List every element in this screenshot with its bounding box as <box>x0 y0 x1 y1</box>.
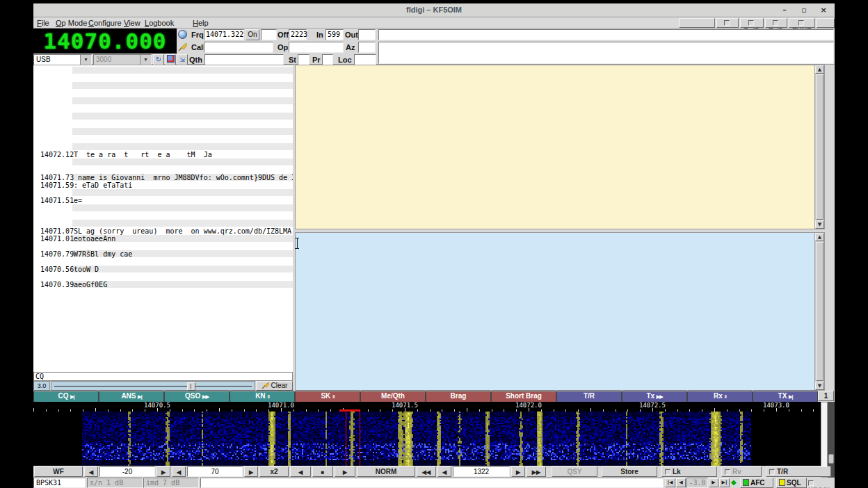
macro-button-kn[interactable]: KN ‖ <box>230 391 295 402</box>
st-field[interactable] <box>298 54 310 65</box>
rx-scrollbar-thumb[interactable] <box>816 74 823 220</box>
txid-toggle[interactable]: TxID <box>765 18 787 28</box>
qsy-up-fast-button[interactable]: ▶▶ <box>527 466 546 477</box>
qth-field[interactable] <box>204 54 284 65</box>
op-field[interactable] <box>289 42 344 53</box>
macro-button-sk[interactable]: SK ‖ <box>295 391 360 402</box>
menu-item-op-mode[interactable]: Op Mode <box>56 18 87 28</box>
maximize-button[interactable]: ▫ <box>798 6 810 15</box>
on-button[interactable]: On <box>246 29 259 40</box>
save-qso-button[interactable] <box>165 54 176 65</box>
kpsql-toggle[interactable]: KPSQL <box>808 479 835 488</box>
call-field[interactable] <box>204 42 273 53</box>
rst-in-field[interactable]: 599 <box>326 29 344 40</box>
time-off-field[interactable]: 2223 <box>289 29 307 40</box>
close-button[interactable]: × <box>818 6 829 15</box>
browser-line[interactable]: 14072.12T te a ra t rt e a tM Ja <box>33 151 293 158</box>
browser-line[interactable]: 14071.51e= <box>33 197 293 204</box>
rig-mode-select[interactable]: USB▼ <box>33 54 92 65</box>
scroll-right-button[interactable]: ▶ <box>335 466 355 477</box>
txrx-checkbox[interactable]: T/R <box>766 466 831 477</box>
title-bar[interactable]: fldigi – KF5OIM – ▫ × <box>33 3 835 17</box>
macro-button-brag[interactable]: Brag <box>426 391 491 402</box>
tune-toggle[interactable]: TUNE <box>789 18 815 28</box>
chevron-down-icon[interactable]: ▼ <box>80 55 91 65</box>
export-button[interactable]: ⇲ <box>177 54 188 65</box>
menu-item-logbook[interactable]: Logbook <box>145 18 174 28</box>
qsy-down-fast-button[interactable]: ◀◀ <box>417 466 436 477</box>
browser-line[interactable]: 14070.39aeoGf0EG <box>33 281 293 288</box>
scroll-down-icon[interactable]: ▼ <box>815 382 824 390</box>
amp-span-down-button[interactable]: ◀ <box>172 466 186 477</box>
scroll-up-icon[interactable]: ▲ <box>815 65 824 74</box>
tx-text-panel[interactable]: ▲ ▼ <box>295 232 825 391</box>
spot-toggle[interactable]: Spot <box>716 18 739 28</box>
qrz-lookup-button[interactable] <box>178 29 187 42</box>
macro-button-qso[interactable]: QSO ▶▶ <box>164 391 230 402</box>
macro-button-t-r[interactable]: T/R <box>556 391 622 402</box>
frq-field[interactable]: 14071.322 <box>204 29 244 40</box>
macro-button-ans[interactable]: ANS ▶| <box>99 391 164 402</box>
rxid-toggle[interactable]: RxID <box>740 18 764 28</box>
lock-checkbox[interactable]: Lk <box>661 466 717 477</box>
offset-up-button[interactable]: ▶ <box>709 478 718 487</box>
minimize-button[interactable]: – <box>779 6 790 15</box>
ref-level-up-button[interactable]: ▶ <box>156 466 170 477</box>
menu-item-view[interactable]: View <box>124 18 140 28</box>
clear-browser-button[interactable]: Clear <box>256 381 293 391</box>
macro-button-rx[interactable]: Rx ‖ <box>687 391 753 402</box>
scroll-up-icon[interactable]: ▲ <box>815 233 824 241</box>
browser-line[interactable]: 14071.59: eTaD eTaTati <box>33 181 293 189</box>
signal-browser[interactable]: 14072.12T te a ra t rt e a tM Ja14071.73… <box>33 65 293 372</box>
ref-level-field[interactable]: -20 <box>99 466 155 477</box>
browser-line[interactable]: 14070.79W7RšBl dmy cae <box>33 250 293 258</box>
scroll-down-icon[interactable]: ▼ <box>815 220 824 229</box>
macro-button-tx[interactable]: Tx ▶▶ <box>622 391 687 402</box>
sync-button[interactable]: ↻ <box>153 54 164 65</box>
amp-span-field[interactable]: 70 <box>187 466 243 477</box>
pr-field[interactable] <box>322 54 333 65</box>
notes-field-1[interactable] <box>378 29 834 40</box>
tx-scrollbar[interactable]: ▲ ▼ <box>814 233 824 390</box>
browser-line[interactable]: 14071.73 name is Giovanni mrno JM88DVfo:… <box>33 174 293 181</box>
qsy-down-button[interactable]: ◀ <box>437 466 451 477</box>
menu-item-file[interactable]: File <box>37 18 49 28</box>
loc-field[interactable] <box>354 54 376 65</box>
sql-toggle[interactable]: SQL <box>776 478 807 488</box>
browser-line[interactable]: 14071.07SL ag (sorry ureau) more on www.… <box>33 227 293 235</box>
rst-out-field[interactable] <box>358 29 376 40</box>
carrier-field[interactable]: 1322 <box>453 466 510 477</box>
tx-scrollbar-thumb[interactable] <box>816 242 823 381</box>
macro-button-short-brag[interactable]: Short Brag <box>491 391 556 402</box>
qsy-up-button[interactable]: ▶ <box>511 466 525 477</box>
clear-qso-button[interactable] <box>178 42 187 54</box>
rx-text-panel[interactable]: ▲ ▼ <box>295 65 825 229</box>
ref-level-down-button[interactable]: ◀ <box>84 466 98 477</box>
browser-line[interactable]: 14071.01eotoaeeAnn <box>33 235 293 243</box>
browser-line[interactable]: 14070.56tooW D <box>33 266 293 273</box>
scroll-left-button[interactable]: ◀ <box>290 466 311 477</box>
slider-thumb[interactable] <box>828 454 834 464</box>
waterfall-display[interactable] <box>33 412 821 466</box>
center-signal-button[interactable]: ■ <box>312 466 333 477</box>
amp-span-up-button[interactable]: ▶ <box>244 466 258 477</box>
rx-scrollbar[interactable]: ▲ ▼ <box>814 65 824 229</box>
store-button[interactable]: Store <box>602 466 657 477</box>
offset-min-button[interactable]: |◀ <box>665 478 675 487</box>
zoom-x2-button[interactable]: x2 <box>259 466 289 477</box>
slider-handle[interactable] <box>187 382 195 391</box>
offset-max-button[interactable]: ▶| <box>719 478 730 487</box>
mode-status-button[interactable]: BPSK31 <box>33 478 86 488</box>
offset-down-button[interactable]: ◀ <box>676 478 686 487</box>
frequency-display[interactable]: 14070.000 <box>33 29 177 54</box>
menu-item-help[interactable]: Help <box>193 18 209 28</box>
seek-regex-field[interactable]: CQ <box>33 372 293 381</box>
macro-set-button[interactable]: 1 <box>818 391 834 401</box>
macro-button-cq[interactable]: CQ ▶| <box>33 391 99 402</box>
macro-button-tx[interactable]: TX ▶| <box>753 391 818 402</box>
wf-mode-button[interactable]: WF <box>34 466 83 477</box>
wf-rate-button[interactable]: NORM <box>357 466 415 477</box>
afc-toggle[interactable]: AFC <box>740 478 773 488</box>
notes-field-2[interactable] <box>378 42 834 64</box>
time-on-field[interactable] <box>261 29 277 40</box>
